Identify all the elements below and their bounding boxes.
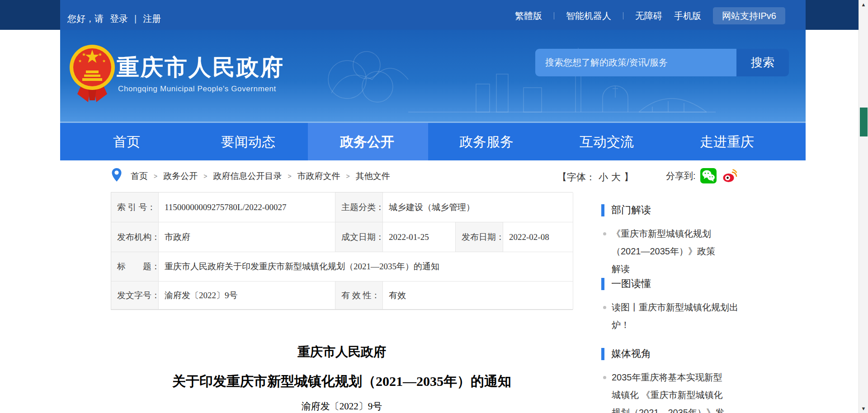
site-title[interactable]: 重庆市人民政府 xyxy=(117,52,284,83)
share-row: 分享到: xyxy=(666,167,738,184)
publish-date-value: 2022-02-08 xyxy=(503,222,573,252)
sidebar-section-title: 一图读懂 xyxy=(611,277,651,291)
doc-title-value: 重庆市人民政府关于印发重庆市新型城镇化规划（2021—2035年）的通知 xyxy=(159,252,573,282)
breadcrumb-info-catalog[interactable]: 政府信息公开目录 xyxy=(213,170,282,182)
login-area: 您好，请 登录 | 注册 xyxy=(67,13,161,25)
vertical-scrollbar: ▲ ▼ xyxy=(859,0,868,413)
issuing-agency-label: 发布机构： xyxy=(111,222,159,252)
login-link[interactable]: 登录 xyxy=(110,13,128,25)
svg-text:★: ★ xyxy=(82,52,86,57)
svg-text:★: ★ xyxy=(98,52,102,57)
breadcrumb-city-gov-docs[interactable]: 市政府文件 xyxy=(297,170,340,182)
smart-robot-link[interactable]: 智能机器人 xyxy=(566,10,611,22)
ipv6-support-button[interactable]: 网站支持IPv6 xyxy=(713,7,785,24)
search-box: 搜索 xyxy=(535,49,789,76)
section-accent-bar xyxy=(601,204,604,216)
validity-label: 有 效 性： xyxy=(335,282,383,310)
browser-viewport: 您好，请 登录 | 注册 繁體版 智能机器人 无障碍 手机版 网站支持IPv6 xyxy=(0,0,868,413)
breadcrumb-home[interactable]: 首页 xyxy=(131,170,148,182)
sidebar-section-media-view: 媒体视角 xyxy=(601,347,651,361)
search-input[interactable] xyxy=(535,49,736,76)
nav-item-gov-disclosure[interactable]: 政务公开 xyxy=(340,123,394,160)
breadcrumb-separator: > xyxy=(203,173,207,180)
nav-item-about-chongqing[interactable]: 走进重庆 xyxy=(700,123,754,160)
svg-text:★: ★ xyxy=(78,59,82,63)
doc-number-label: 发文字号： xyxy=(111,282,159,310)
sidebar-link-policy-interpretation[interactable]: 《重庆市新型城镇化规划（2021—2035年）》政策解读 xyxy=(602,225,718,278)
utility-links: 繁體版 智能机器人 无障碍 手机版 网站支持IPv6 xyxy=(515,6,785,26)
weibo-icon[interactable] xyxy=(721,167,738,184)
sidebar-section-title: 媒体视角 xyxy=(611,347,651,361)
doc-number-value: 渝府发〔2022〕9号 xyxy=(159,282,335,310)
font-label-prefix: 【字体： xyxy=(557,171,595,183)
skyline-watermark xyxy=(259,30,756,123)
index-number-label: 索 引 号： xyxy=(111,192,159,222)
breadcrumb: 首页 > 政务公开 > 政府信息公开目录 > 市政府文件 > 其他文件 xyxy=(131,169,390,183)
breadcrumb-gov-disclosure[interactable]: 政务公开 xyxy=(163,170,198,182)
utility-bar: 您好，请 登录 | 注册 繁體版 智能机器人 无障碍 手机版 网站支持IPv6 xyxy=(60,0,806,30)
breadcrumb-other-docs[interactable]: 其他文件 xyxy=(356,170,390,182)
breadcrumb-separator: > xyxy=(346,173,350,180)
login-divider: | xyxy=(134,14,137,24)
font-larger-button[interactable]: 大 xyxy=(611,171,621,183)
document-title-line2: 关于印发重庆市新型城镇化规划（2021—2035年）的通知 xyxy=(111,372,573,391)
site-title-english: Chongqing Municipal People's Government xyxy=(118,84,276,94)
issuing-agency-value: 市政府 xyxy=(159,222,335,252)
national-emblem-logo[interactable]: ★ ★ ★ ★ xyxy=(68,43,116,102)
scroll-up-icon[interactable]: ▲ xyxy=(859,2,868,7)
section-accent-bar xyxy=(601,278,604,290)
font-size-control: 【字体： 小 大 】 xyxy=(557,171,633,183)
document-number: 渝府发〔2022〕9号 xyxy=(111,400,573,413)
nav-item-gov-services[interactable]: 政务服务 xyxy=(459,123,514,160)
nav-item-home[interactable]: 首页 xyxy=(113,123,140,160)
divider xyxy=(623,12,623,19)
location-pin-icon xyxy=(111,168,122,182)
register-link[interactable]: 注册 xyxy=(143,13,161,25)
section-accent-bar xyxy=(601,348,604,360)
sidebar-section-title: 部门解读 xyxy=(611,203,651,217)
wechat-icon[interactable] xyxy=(700,167,717,184)
draft-date-value: 2022-01-25 xyxy=(383,222,456,252)
draft-date-label: 成文日期： xyxy=(335,222,383,252)
share-label: 分享到: xyxy=(666,170,696,182)
greeting-text: 您好，请 xyxy=(67,13,104,25)
publish-date-label: 发布日期： xyxy=(456,222,503,252)
search-button[interactable]: 搜索 xyxy=(736,49,789,76)
nav-item-news[interactable]: 要闻动态 xyxy=(221,123,275,160)
divider xyxy=(554,12,554,19)
scroll-down-icon[interactable]: ▼ xyxy=(859,406,868,411)
doc-title-label: 标 题： xyxy=(111,252,159,282)
scrollbar-thumb[interactable] xyxy=(860,108,868,136)
site-header: ★ ★ ★ ★ 重庆市人民政府 Chongqing Municipal Peop… xyxy=(60,30,806,123)
document-title-line1: 重庆市人民政府 xyxy=(111,343,573,361)
mobile-version-link[interactable]: 手机版 xyxy=(674,10,701,22)
svg-text:★: ★ xyxy=(102,59,106,63)
sidebar-section-dept-interpretation: 部门解读 xyxy=(601,203,651,217)
breadcrumb-separator: > xyxy=(154,173,157,180)
validity-value: 有效 xyxy=(383,282,573,310)
accessibility-link[interactable]: 无障碍 xyxy=(635,10,662,22)
topic-category-value: 城乡建设（城乡管理） xyxy=(383,192,573,222)
doc-meta-table: 索 引 号： 11500000009275780L/2022-00027 主题分… xyxy=(111,192,573,310)
main-nav: 首页 要闻动态 政务公开 政务服务 互动交流 走进重庆 xyxy=(60,123,806,160)
sidebar-link-media-article[interactable]: 2035年重庆将基本实现新型城镇化 《重庆市新型城镇化规划（2021—2035年… xyxy=(602,369,730,413)
sidebar-link-chart-reading[interactable]: 读图丨重庆市新型城镇化规划出炉！ xyxy=(602,299,741,334)
topic-category-label: 主题分类： xyxy=(335,192,383,222)
breadcrumb-separator: > xyxy=(288,173,291,180)
font-label-suffix: 】 xyxy=(624,171,633,183)
font-smaller-button[interactable]: 小 xyxy=(599,171,608,183)
sidebar-section-one-chart: 一图读懂 xyxy=(601,277,651,291)
index-number-value: 11500000009275780L/2022-00027 xyxy=(159,192,335,222)
traditional-chinese-link[interactable]: 繁體版 xyxy=(515,10,542,22)
nav-item-interaction[interactable]: 互动交流 xyxy=(580,123,634,160)
